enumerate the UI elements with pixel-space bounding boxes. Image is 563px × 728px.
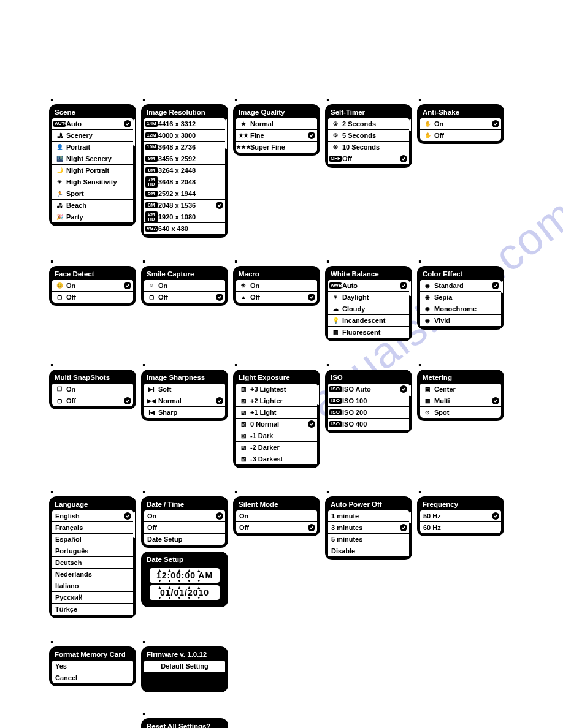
menu-item[interactable]: Default Setting: [144, 661, 225, 672]
menu-item[interactable]: 🌙Night Portrait: [52, 165, 133, 176]
menu-item[interactable]: 1 minute: [328, 510, 409, 521]
scrollbar[interactable]: [409, 384, 411, 430]
time-field[interactable]: ▲▲▲▲▲ 12:00:00 AM ▼▼▼▼▼: [150, 568, 220, 583]
scrollbar[interactable]: [133, 510, 135, 615]
menu-item[interactable]: ▶|Soft: [144, 384, 225, 395]
menu-item[interactable]: ☺On: [144, 280, 225, 291]
menu-item[interactable]: ☁Cloudy: [328, 303, 409, 314]
menu-item[interactable]: VGA640 x 480: [144, 223, 225, 234]
menu-item[interactable]: ▨-2 Darker: [236, 442, 317, 453]
menu-item[interactable]: Español: [52, 534, 133, 545]
menu-item[interactable]: ★★★Super Fine: [236, 142, 317, 153]
menu-item[interactable]: 8M3264 x 2448: [144, 165, 225, 176]
menu-item[interactable]: ▢Off: [144, 292, 225, 303]
menu-item[interactable]: ▨-3 Darkest: [236, 453, 317, 464]
menu-item[interactable]: On: [236, 510, 317, 521]
menu-item[interactable]: ▲Off: [236, 292, 317, 303]
scrollbar[interactable]: [317, 384, 319, 465]
menu-item[interactable]: ❐On: [52, 384, 133, 395]
menu-item[interactable]: ◉Standard: [420, 280, 501, 291]
menu-item[interactable]: ★★Fine: [236, 130, 317, 141]
menu-item[interactable]: ▨-1 Dark: [236, 430, 317, 441]
menu-item[interactable]: Italiano: [52, 580, 133, 591]
menu-item[interactable]: ISOISO 200: [328, 407, 409, 418]
menu-item[interactable]: 9M3456 x 2592: [144, 153, 225, 164]
menu-item[interactable]: 5 minutes: [328, 534, 409, 545]
scrollbar[interactable]: [409, 280, 411, 338]
menu-item[interactable]: 5M2592 x 1944: [144, 188, 225, 199]
menu-item[interactable]: ▨+1 Light: [236, 407, 317, 418]
menu-item[interactable]: Cancel: [52, 672, 133, 683]
menu-item[interactable]: Deutsch: [52, 557, 133, 568]
menu-item[interactable]: ☀High Sensitivity: [52, 176, 133, 188]
menu-item[interactable]: English: [52, 510, 133, 521]
menu-item[interactable]: ⑤5 Seconds: [328, 130, 409, 141]
menu-item[interactable]: ⑩10 Seconds: [328, 142, 409, 153]
menu-item[interactable]: Русский: [52, 592, 133, 603]
menu-item[interactable]: AUTOAuto: [52, 118, 133, 129]
menu-item[interactable]: 3 minutes: [328, 522, 409, 533]
menu-item[interactable]: ◉Vivid: [420, 315, 501, 326]
menu-item[interactable]: ISOISO Auto: [328, 384, 409, 395]
menu-item[interactable]: 🎉Party: [52, 211, 133, 222]
menu-item[interactable]: 14M4416 x 3312: [144, 118, 225, 129]
menu-item[interactable]: ✋Off: [420, 130, 501, 141]
menu-item[interactable]: 💡Incandescent: [328, 315, 409, 326]
menu-item[interactable]: ❀On: [236, 280, 317, 291]
menu-item[interactable]: ▨0 Normal: [236, 419, 317, 430]
menu-item[interactable]: ISOISO 100: [328, 395, 409, 406]
menu-item[interactable]: ▣Center: [420, 384, 501, 395]
menu-item[interactable]: Off: [144, 522, 225, 533]
menu-item[interactable]: ISOISO 400: [328, 419, 409, 430]
menu-item[interactable]: 👤Portrait: [52, 142, 133, 153]
menu-item[interactable]: 10M3648 x 2736: [144, 142, 225, 153]
menu-item[interactable]: 🏞Scenery: [52, 130, 133, 141]
menu-item[interactable]: ✋On: [420, 118, 501, 129]
menu-item[interactable]: Türkçe: [52, 604, 133, 615]
scrollbar[interactable]: [225, 118, 227, 235]
menu-item[interactable]: ▨+3 Lightest: [236, 384, 317, 395]
menu-item[interactable]: ⊙Spot: [420, 407, 501, 418]
menu-title: Auto Power Off: [326, 498, 411, 510]
menu-item[interactable]: Yes: [52, 661, 133, 672]
menu-item[interactable]: AWBAuto: [328, 280, 409, 291]
menu-item[interactable]: ▨+2 Lighter: [236, 395, 317, 406]
menu-item[interactable]: 60 Hz: [420, 522, 501, 533]
menu-item[interactable]: 3M2048 x 1536: [144, 200, 225, 211]
menu-item[interactable]: 🌃Night Scenery: [52, 153, 133, 164]
menu-item[interactable]: 50 Hz: [420, 510, 501, 521]
menu-item[interactable]: ◉Monochrome: [420, 303, 501, 314]
option-label: Off: [66, 398, 130, 404]
menu-item[interactable]: ▢Off: [52, 395, 133, 406]
menu-item[interactable]: ▶◀Normal: [144, 395, 225, 406]
menu-body: AUTOAuto🏞Scenery👤Portrait🌃Night Scenery🌙…: [50, 118, 135, 225]
menu-item[interactable]: 😊On: [52, 280, 133, 291]
menu-item[interactable]: Nederlands: [52, 569, 133, 580]
menu-item[interactable]: ▦Fluorescent: [328, 327, 409, 338]
menu-item[interactable]: 12M4000 x 3000: [144, 130, 225, 141]
scrollbar[interactable]: [409, 510, 411, 557]
menu-item[interactable]: |◀Sharp: [144, 407, 225, 418]
menu-item[interactable]: Off: [236, 522, 317, 533]
date-field[interactable]: ▲▲▲▲▲ 01/01/2010 ▼▼▼▼▼: [150, 585, 220, 600]
menu-item[interactable]: ☀Daylight: [328, 292, 409, 303]
menu-item[interactable]: 🏖Beach: [52, 200, 133, 211]
menu-item[interactable]: ②2 Seconds: [328, 118, 409, 129]
menu-item[interactable]: Português: [52, 545, 133, 556]
menu-item[interactable]: Français: [52, 522, 133, 533]
menu-item[interactable]: 7M HD3648 x 2048: [144, 176, 225, 188]
scrollbar[interactable]: [133, 118, 135, 223]
scrollbar[interactable]: [501, 280, 503, 327]
option-label: Default Setting: [147, 663, 222, 670]
menu-item[interactable]: Date Setup: [144, 534, 225, 545]
scrollbar[interactable]: [409, 118, 411, 165]
menu-item[interactable]: On: [144, 510, 225, 521]
menu-item[interactable]: 2M HD1920 x 1080: [144, 211, 225, 222]
menu-item[interactable]: ★Normal: [236, 118, 317, 129]
menu-item[interactable]: ◉Sepia: [420, 292, 501, 303]
menu-item[interactable]: ▢Off: [52, 292, 133, 303]
menu-item[interactable]: OFFOff: [328, 153, 409, 164]
menu-item[interactable]: ▦Multi: [420, 395, 501, 406]
menu-item[interactable]: Disable: [328, 545, 409, 556]
menu-item[interactable]: 🏃Sport: [52, 188, 133, 199]
